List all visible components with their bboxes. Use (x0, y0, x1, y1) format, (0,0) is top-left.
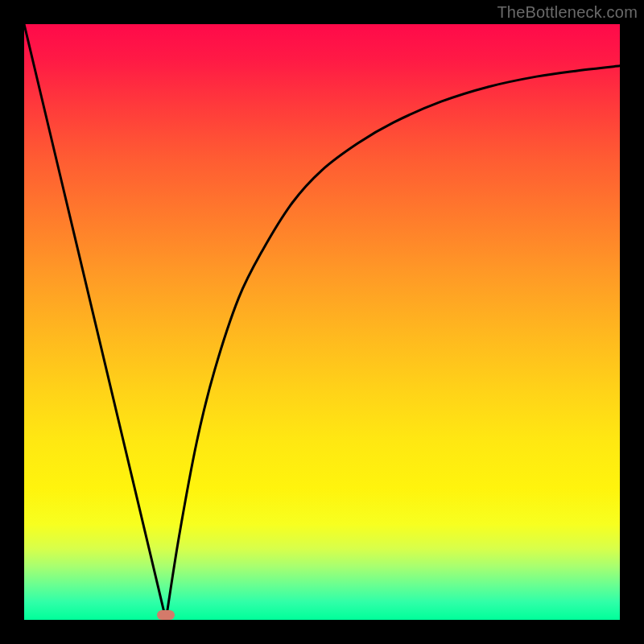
plot-area (24, 24, 620, 620)
chart-frame: TheBottleneck.com (0, 0, 644, 644)
optimum-marker (157, 610, 175, 620)
bottleneck-curve (24, 24, 620, 620)
watermark-text: TheBottleneck.com (497, 3, 638, 22)
curve-path (24, 24, 620, 620)
